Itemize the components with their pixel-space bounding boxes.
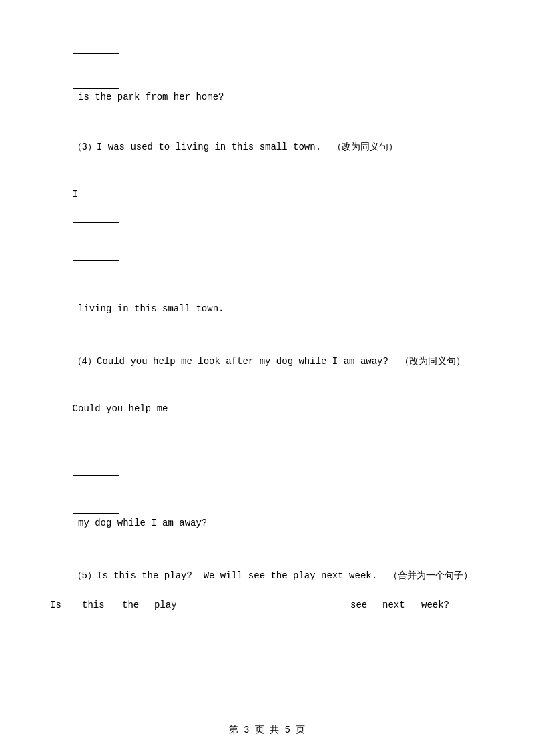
line-5-week: week? [421,596,455,614]
answer-line-4: Could you help me my dog while I am away… [50,381,484,551]
blank-4-1[interactable] [73,418,119,437]
answer-line-5: Is this the play see next week? [50,595,484,614]
blank-5-3[interactable] [301,595,348,614]
page-content: is the park from her home? （3）I was used… [0,0,534,663]
blank-5-1[interactable] [194,595,241,614]
line-5-this: this [82,596,122,614]
line-5-see: see [350,596,382,614]
line-5-is: Is [50,596,82,614]
line-5-play: play [154,596,194,614]
blank-1-2[interactable] [73,71,119,89]
blank-4-2[interactable] [73,456,119,476]
instruction-3: （3）I was used to living in this small to… [50,130,484,164]
line-4-prefix: Could you help me [73,403,174,414]
line-4-suffix: my dog while I am away? [73,518,208,528]
line-5-next: next [382,596,421,614]
blank-3-2[interactable] [73,242,119,261]
line-3-i: I [73,189,89,200]
blank-3-3[interactable] [73,280,119,299]
answer-line-3: I living in this small town. [50,166,484,337]
blank-4-3[interactable] [73,494,119,514]
blank-1-1[interactable] [73,37,119,54]
instruction-4: （4）Could you help me look after my dog w… [50,345,484,378]
line-3-text: living in this small town. [73,303,224,314]
line-1-text: is the park from her home? [73,91,224,102]
instruction-5: （5）Is this the play? We will see the pla… [50,559,484,592]
blank-5-2[interactable] [248,595,294,614]
blank-3-1[interactable] [73,204,119,223]
page-footer: 第 3 页 共 5 页 [0,724,534,736]
line-5-the: the [122,596,154,614]
line-1: is the park from her home? [50,20,484,122]
